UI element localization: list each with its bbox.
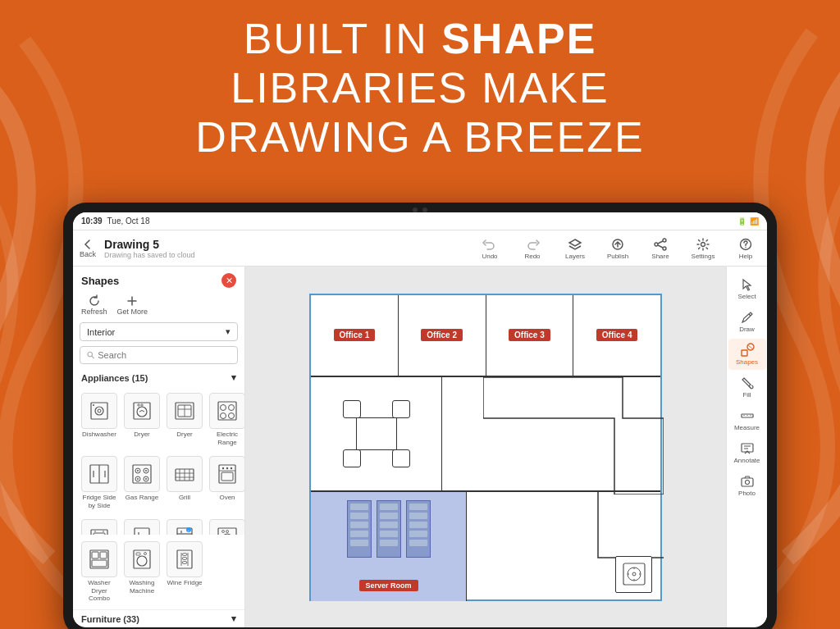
undo-icon (482, 237, 497, 252)
wifi-icon: 📶 (750, 217, 759, 226)
shape-electric-range[interactable]: Electric Range (208, 390, 244, 449)
appliances-section[interactable]: Appliances (15) ▾ (73, 369, 244, 386)
shape-grill[interactable]: Grill (165, 453, 204, 513)
header-line3: DRAWING A BREEZE (0, 113, 840, 162)
shape-dishwasher[interactable]: Dishwasher (80, 390, 119, 449)
get-more-button[interactable]: Get More (117, 294, 148, 316)
shapes-tool[interactable]: Shapes (728, 339, 766, 370)
tablet-screen: 10:39 Tue, Oct 18 🔋 📶 Back Drawing 5 Dra… (73, 212, 767, 627)
svg-point-14 (138, 404, 139, 406)
svg-point-37 (145, 478, 147, 480)
shape-oven[interactable]: Oven (208, 453, 244, 513)
shape-oven2[interactable]: Oven (80, 516, 119, 535)
shapes-panel-header: Shapes ✕ (73, 267, 244, 291)
office-room-4: Office 4 (573, 295, 660, 376)
back-button[interactable]: Back (80, 239, 96, 258)
draw-tool[interactable]: Draw (728, 306, 766, 337)
back-arrow-icon (82, 239, 94, 250)
svg-point-2 (655, 243, 658, 246)
category-dropdown[interactable]: Interior ▾ (80, 322, 238, 341)
settings-icon (696, 237, 710, 252)
publish-icon (610, 237, 625, 252)
furniture-label: Furniture (33) (81, 614, 139, 624)
photo-label: Photo (738, 490, 756, 497)
refrigerator-icon (124, 519, 160, 535)
svg-point-15 (141, 404, 143, 406)
appliances-label: Appliances (15) (81, 373, 148, 383)
fill-tool[interactable]: Fill (728, 371, 766, 403)
appliances-chevron-icon: ▾ (231, 372, 236, 383)
gas-range-icon (124, 456, 160, 492)
open-area (442, 377, 660, 490)
share-button[interactable]: Share (646, 237, 675, 260)
shape-refrigerator[interactable]: Refrigerator (122, 516, 162, 535)
wine-fridge-label: Wine Fridge (167, 579, 202, 587)
chair-bl (343, 449, 361, 467)
shape-washing-machine[interactable]: Washing Machine (122, 538, 162, 606)
shape-washer-dryer[interactable]: Washer Dryer Combo (80, 538, 119, 606)
layers-button[interactable]: Layers (560, 237, 590, 260)
annotate-tool[interactable]: Annotate (728, 437, 766, 468)
drawing-subtitle: Drawing has saved to cloud (104, 251, 475, 259)
search-input[interactable] (98, 350, 231, 360)
header-line2: LIBRARIES MAKE (0, 64, 840, 113)
svg-point-76 (144, 553, 147, 555)
shapes-panel-close[interactable]: ✕ (221, 273, 236, 288)
shape-fridge[interactable]: Fridge Side by Side (80, 453, 119, 513)
table-surface (356, 417, 397, 450)
settings-label: Settings (692, 253, 715, 260)
svg-point-35 (137, 478, 139, 480)
svg-point-100 (745, 481, 749, 485)
status-time: 10:39 (81, 217, 103, 226)
fridge-icon (81, 456, 117, 492)
undo-button[interactable]: Undo (475, 237, 504, 260)
server-rack-1 (347, 500, 372, 558)
svg-rect-90 (742, 350, 747, 356)
canvas-area[interactable]: Office 1 Office 2 Office 3 Office 4 (245, 267, 726, 627)
measure-tool[interactable]: Measure (728, 404, 766, 435)
tablet: 10:39 Tue, Oct 18 🔋 📶 Back Drawing 5 Dra… (63, 203, 777, 629)
gas-range-label: Gas Range (126, 494, 158, 502)
refresh-label: Refresh (81, 308, 107, 316)
svg-rect-83 (623, 563, 645, 585)
search-box[interactable] (80, 346, 238, 364)
svg-point-85 (632, 572, 636, 576)
settings-button[interactable]: Settings (688, 237, 718, 260)
dryer2-label: Dryer (176, 431, 193, 439)
shape-refrigerator2[interactable]: + Refrigerator (165, 516, 204, 535)
office3-label: Office 3 (509, 329, 550, 341)
svg-point-31 (137, 470, 139, 472)
redo-button[interactable]: Redo (518, 237, 547, 260)
shape-dryer2[interactable]: Dryer (165, 390, 204, 449)
fill-icon (740, 376, 755, 390)
svg-rect-70 (92, 552, 98, 558)
shape-wine-fridge[interactable]: Wine Fridge (165, 538, 204, 606)
electric-range-label: Electric Range (209, 431, 244, 446)
get-more-label: Get More (117, 308, 148, 316)
shape-dryer[interactable]: Dryer (122, 390, 162, 449)
server-rack-2 (377, 500, 401, 558)
annotate-icon (740, 441, 755, 456)
office-row: Office 1 Office 2 Office 3 Office 4 (311, 295, 660, 377)
photo-tool[interactable]: Photo (728, 470, 766, 501)
svg-rect-71 (100, 552, 107, 558)
help-button[interactable]: Help (731, 237, 760, 260)
publish-button[interactable]: Publish (603, 237, 632, 260)
svg-point-1 (663, 239, 666, 242)
draw-label: Draw (739, 326, 755, 333)
shape-gas-range[interactable]: Gas Range (122, 453, 162, 513)
washer-icon (209, 519, 244, 535)
annotate-label: Annotate (733, 457, 760, 464)
shape-washer[interactable]: Washer (208, 516, 244, 535)
refresh-button[interactable]: Refresh (81, 294, 107, 316)
svg-rect-54 (135, 528, 149, 535)
svg-point-22 (229, 405, 235, 411)
chair-br (392, 449, 410, 467)
select-tool[interactable]: Select (728, 273, 766, 304)
layers-icon (568, 237, 582, 252)
right-space (467, 492, 660, 601)
furniture-section[interactable]: Furniture (33) ▾ (73, 609, 244, 627)
svg-point-3 (663, 247, 666, 250)
toolbar-icons: Undo Redo Layers (475, 237, 760, 260)
svg-rect-45 (221, 472, 233, 481)
